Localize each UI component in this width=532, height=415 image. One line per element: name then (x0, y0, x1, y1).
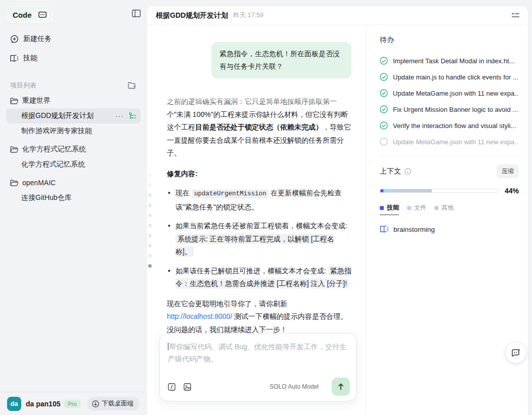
project-label: openMAIC (22, 179, 137, 187)
project-folder[interactable]: 化学方程式记忆系统 (6, 142, 141, 157)
user-name: da pan105 (26, 400, 60, 408)
context-usage-bar (380, 189, 499, 193)
chat-input-card[interactable]: 帮你编写代码、调试 Bug、优化性能等开发工作，交付生产级代码产物。 SOLO … (159, 333, 357, 401)
sidebar-item-skills[interactable]: 技能 (6, 49, 141, 68)
sidebar-item-label: 新建任务 (23, 34, 52, 44)
todo-panel: 待办 Implement Task Detail Modal in index.… (366, 25, 528, 415)
project-label: 化学方程式记忆系统 (22, 145, 137, 154)
todo-item[interactable]: Update main.js to handle click events fo… (380, 69, 519, 85)
pro-badge: Pro (64, 400, 80, 408)
todo-label: Update main.js to handle click events fo… (393, 73, 518, 81)
fix-list: 现在 updateUrgentMission 在更新横幅前会先检查该"紧急任务"… (167, 187, 351, 290)
send-arrow-icon (337, 383, 344, 391)
download-icon (92, 400, 99, 407)
download-label: 下载桌面端 (102, 399, 134, 408)
info-icon[interactable] (405, 168, 411, 175)
project-task[interactable]: 制作游戏评测专家技能 (6, 123, 141, 139)
todo-label: Fix Urgent Mission Banner logic to avoid… (393, 106, 518, 113)
folder-icon (10, 180, 18, 186)
text-caret (168, 343, 168, 350)
slash-command-icon[interactable] (168, 383, 175, 391)
inline-code: updateUrgentMission (192, 189, 269, 198)
todo-item[interactable]: Update MetaGame.json with 11 new expa... (380, 134, 519, 150)
chat-bot-icon (511, 348, 521, 358)
chat-scroll-area[interactable]: 紧急指令，生态危机！所在面板是否没有与任务卡片关联？ 之前的逻辑确实有漏洞：它只… (147, 25, 366, 333)
sidebar-item-new-task[interactable]: 新建任务 (6, 29, 141, 49)
skill-label: brainstorming (393, 226, 435, 233)
project-task[interactable]: 化学方程式记忆系统 (6, 157, 141, 172)
panel-settings-icon[interactable] (511, 12, 520, 19)
sidebar-footer: da da pan105 Pro 下载桌面端 (0, 392, 147, 415)
attach-image-icon[interactable] (184, 383, 191, 391)
task-tree-icon[interactable] (129, 112, 137, 120)
folder-icon (10, 98, 18, 104)
new-task-icon (10, 35, 19, 44)
sidebar: Code 新建任务 技能 项目列表 重建世界 根据GDD规划开发计划 (0, 0, 147, 415)
assistant-float-button[interactable] (506, 343, 526, 363)
chat-column: 紧急指令，生态危机！所在面板是否没有与任务卡片关联？ 之前的逻辑确实有漏洞：它只… (147, 25, 366, 415)
bar-segment-other (393, 189, 432, 192)
legend-files[interactable]: 文件 (407, 203, 426, 212)
app-logo[interactable]: Code (6, 6, 53, 23)
check-circle-icon (380, 57, 388, 65)
app-logo-text: Code (13, 11, 32, 19)
circle-icon (380, 138, 388, 146)
more-actions-icon[interactable]: ··· (115, 113, 124, 118)
project-task[interactable]: 连接GitHub仓库 (6, 190, 141, 205)
model-selector[interactable]: SOLO Auto Model (270, 383, 319, 390)
project-label: 制作游戏评测专家技能 (21, 127, 137, 136)
todo-label: Update MetaGame.json with 11 new expa... (393, 90, 519, 97)
localhost-link[interactable]: http://localhost:8000/ (167, 312, 232, 320)
project-label: 根据GDD规划开发计划 (21, 111, 111, 120)
folder-icon (10, 146, 18, 153)
assistant-paragraph: 之前的逻辑确实有漏洞：它只是简单地按顺序抓取第一个"未满 100%"的工程来提示… (167, 95, 351, 160)
context-title: 上下文 (380, 167, 401, 176)
fix-heading: 修复内容: (167, 168, 351, 181)
todo-label: Update MetaGame.json with 11 new expa... (393, 138, 519, 146)
book-icon (10, 55, 19, 62)
todo-item[interactable]: Verify the interaction flow and visual s… (380, 117, 519, 134)
todo-item[interactable]: Fix Urgent Mission Banner logic to avoid… (380, 101, 519, 117)
legend-skills[interactable]: 技能 (380, 203, 399, 215)
project-folder[interactable]: openMAIC (6, 175, 141, 190)
compress-button[interactable]: 压缩 (497, 164, 519, 178)
bar-segment-files (383, 189, 393, 192)
main-panel: 根据GDD规划开发计划 昨天 17:59 紧急指令，生态危机！所在面板是否没有与… (147, 6, 528, 415)
check-circle-icon (380, 73, 388, 81)
fix-item: 如果当前紧急任务还被前置工程锁着，横幅文本会变成: 系统提示: 正在等待前置工程… (167, 220, 351, 259)
todo-label: Implement Task Detail Modal in index.ht.… (393, 57, 514, 65)
project-task-selected[interactable]: 根据GDD规划开发计划 ··· (6, 108, 141, 123)
add-project-icon[interactable] (128, 82, 137, 89)
user-message: 紧急指令，生态危机！所在面板是否没有与任务卡片关联？ (211, 42, 351, 78)
check-circle-icon (380, 89, 388, 97)
todo-list: Implement Task Detail Modal in index.ht.… (380, 53, 519, 150)
avatar[interactable]: da (7, 397, 21, 411)
todo-label: Verify the interaction flow and visual s… (393, 122, 516, 130)
todo-title: 待办 (380, 35, 519, 45)
check-circle-icon (380, 121, 388, 130)
todo-item[interactable]: Implement Task Detail Modal in index.ht.… (380, 53, 519, 69)
download-desktop-button[interactable]: 下载桌面端 (87, 397, 140, 410)
app-logo-icon (36, 9, 49, 20)
book-icon (380, 225, 389, 233)
assistant-closing: 现在它会更聪明地引导你了，请你刷新 http://localhost:8000/… (167, 298, 351, 334)
project-label: 连接GitHub仓库 (21, 193, 137, 202)
context-skill-item[interactable]: brainstorming (380, 225, 519, 233)
project-list-title: 项目列表 (10, 81, 36, 90)
send-button[interactable] (332, 378, 350, 396)
assistant-message: 之前的逻辑确实有漏洞：它只是简单地按顺序抓取第一个"未满 100%"的工程来提示… (167, 95, 351, 333)
fix-item: 现在 updateUrgentMission 在更新横幅前会先检查该"紧急任务"… (167, 187, 351, 214)
chat-header: 根据GDD规划开发计划 昨天 17:59 (147, 6, 528, 25)
legend-other[interactable]: 其他 (434, 203, 454, 212)
context-percent: 44% (505, 187, 519, 195)
check-circle-icon (380, 105, 388, 113)
project-label: 重建世界 (22, 96, 137, 105)
context-usage-row: 44% (380, 187, 519, 195)
chat-timestamp: 昨天 17:59 (233, 11, 263, 20)
collapse-sidebar-icon[interactable] (132, 10, 141, 17)
chat-input[interactable]: 帮你编写代码、调试 Bug、优化性能等开发工作，交付生产级代码产物。 (168, 341, 348, 365)
context-legend: 技能 文件 其他 (380, 203, 519, 212)
fix-item: 如果该任务已解锁且可推进，横幅文本才会变成: 紧急指令：生态危机！急需合成并推进… (167, 265, 351, 290)
todo-item[interactable]: Update MetaGame.json with 11 new expa... (380, 85, 519, 101)
project-folder[interactable]: 重建世界 (6, 93, 141, 108)
